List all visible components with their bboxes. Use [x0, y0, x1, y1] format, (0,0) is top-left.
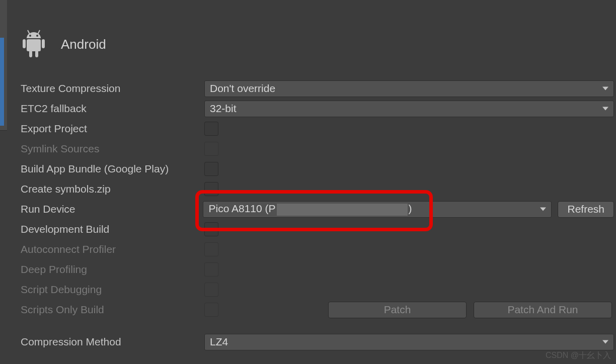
autoconnect-profiler-label: Autoconnect Profiler — [21, 243, 204, 255]
deep-profiling-label: Deep Profiling — [21, 263, 204, 276]
texture-compression-label: Texture Compression — [21, 82, 204, 95]
etc2-fallback-label: ETC2 fallback — [21, 103, 204, 115]
symlink-sources-checkbox — [204, 142, 218, 156]
script-debugging-label: Script Debugging — [21, 284, 204, 296]
etc2-fallback-dropdown[interactable]: 32-bit — [204, 101, 614, 117]
script-debugging-checkbox — [204, 283, 218, 297]
symlink-sources-label: Symlink Sources — [21, 143, 204, 155]
android-settings-panel: Android Texture Compression Don't overri… — [7, 0, 616, 364]
refresh-button[interactable]: Refresh — [558, 201, 614, 218]
export-project-checkbox[interactable] — [204, 122, 218, 136]
create-symbols-label: Create symbols.zip — [21, 183, 204, 195]
chevron-down-icon — [602, 87, 608, 90]
compression-method-dropdown[interactable]: LZ4 — [204, 334, 614, 350]
watermark: CSDN @十幺卜入 — [546, 350, 611, 361]
create-symbols-checkbox[interactable] — [204, 182, 218, 196]
svg-point-3 — [36, 35, 38, 37]
patch-button: Patch — [328, 302, 467, 318]
texture-compression-dropdown[interactable]: Don't override — [204, 80, 614, 97]
build-app-bundle-label: Build App Bundle (Google Play) — [21, 163, 204, 175]
texture-compression-value: Don't override — [210, 82, 275, 95]
svg-rect-5 — [23, 39, 26, 48]
compression-method-value: LZ4 — [210, 336, 228, 348]
platform-header: Android — [21, 29, 616, 59]
scripts-only-build-checkbox — [204, 303, 218, 317]
platform-title: Android — [61, 37, 106, 52]
run-device-value: Pico A8110 (P) — [208, 203, 412, 215]
development-build-label: Development Build — [21, 223, 204, 235]
scripts-only-build-label: Scripts Only Build — [21, 304, 204, 316]
deep-profiling-checkbox — [204, 262, 218, 277]
run-device-label: Run Device — [21, 203, 203, 215]
side-tab-active-indicator — [0, 38, 4, 126]
etc2-fallback-value: 32-bit — [210, 103, 237, 115]
chevron-down-icon — [602, 107, 608, 111]
redacted-text — [277, 204, 408, 216]
chevron-down-icon — [540, 208, 546, 211]
android-icon — [21, 29, 47, 59]
autoconnect-profiler-checkbox — [204, 242, 218, 256]
compression-method-label: Compression Method — [21, 336, 204, 348]
svg-rect-4 — [27, 39, 41, 51]
svg-rect-6 — [42, 39, 45, 48]
svg-point-2 — [29, 35, 31, 37]
svg-rect-7 — [29, 50, 32, 57]
development-build-checkbox[interactable] — [204, 222, 218, 236]
svg-rect-8 — [35, 50, 38, 57]
build-app-bundle-checkbox[interactable] — [204, 162, 218, 176]
patch-and-run-button: Patch And Run — [474, 302, 612, 318]
export-project-label: Export Project — [21, 123, 204, 135]
chevron-down-icon — [602, 340, 608, 344]
run-device-dropdown[interactable]: Pico A8110 (P) — [203, 201, 552, 218]
